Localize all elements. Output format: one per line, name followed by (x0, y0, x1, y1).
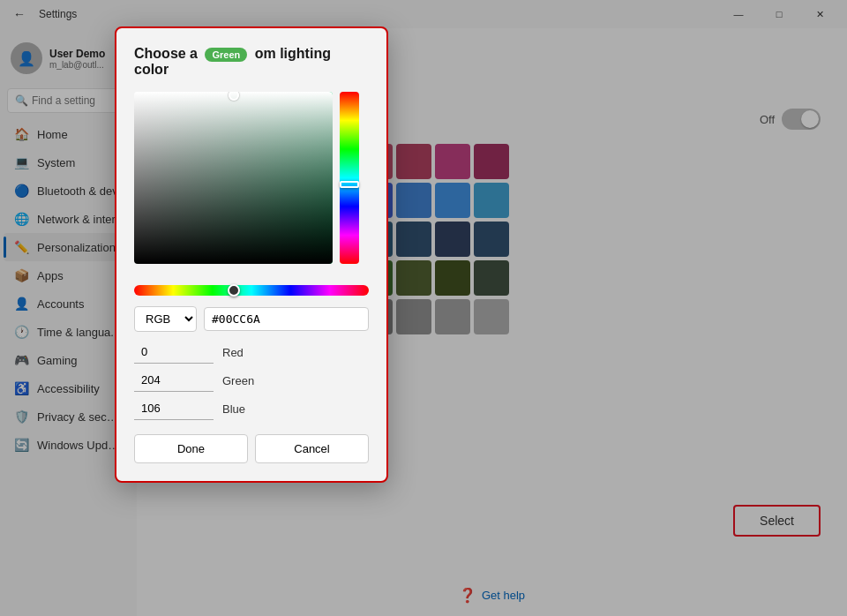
modal-overlay: Choose a Green om lighting color (0, 0, 847, 616)
green-row: Green (134, 369, 369, 392)
hue-strip-thumb (340, 181, 359, 188)
rgb-inputs: Red Green Blue (134, 341, 369, 420)
green-badge: Green (205, 48, 247, 62)
hue-strip[interactable] (340, 92, 359, 264)
green-label: Green (222, 374, 254, 387)
modal-buttons: Done Cancel (134, 434, 369, 463)
format-select[interactable]: RGB (134, 306, 197, 332)
color-picker-modal: Choose a Green om lighting color (115, 26, 388, 483)
modal-title-row: Choose a Green om lighting color (134, 46, 369, 78)
red-row: Red (134, 341, 369, 364)
color-gradient (134, 92, 333, 264)
format-row: RGB (134, 306, 369, 332)
hue-slider-row (134, 285, 369, 296)
cancel-button[interactable]: Cancel (255, 434, 369, 463)
hue-thumb (228, 284, 240, 297)
color-dark-overlay (134, 92, 333, 264)
hue-slider[interactable] (134, 285, 369, 296)
blue-input[interactable] (134, 397, 214, 420)
modal-title: Choose a Green om lighting color (134, 46, 369, 78)
done-button[interactable]: Done (134, 434, 248, 463)
color-picker-canvas[interactable] (134, 92, 333, 264)
hex-input[interactable] (204, 307, 369, 331)
blue-row: Blue (134, 397, 369, 420)
red-input[interactable] (134, 341, 214, 364)
red-label: Red (222, 346, 244, 359)
green-input[interactable] (134, 369, 214, 392)
blue-label: Blue (222, 402, 245, 416)
picker-and-strip (134, 92, 369, 274)
